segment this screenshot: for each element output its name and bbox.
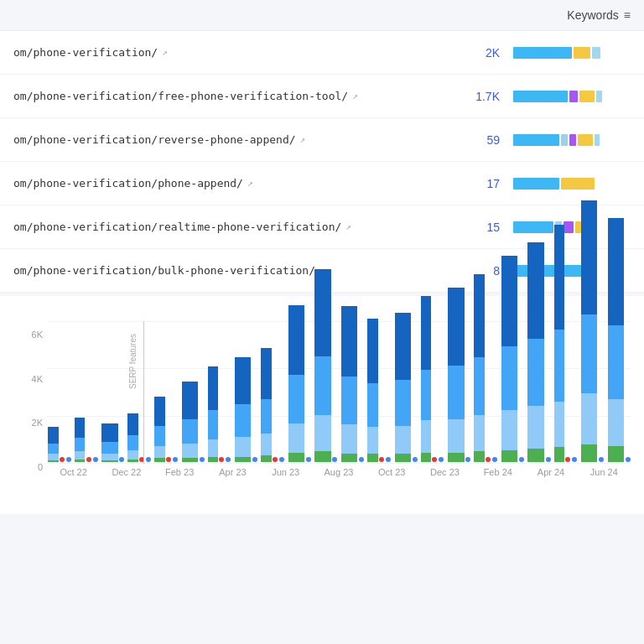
bar-piece-blue1 <box>101 423 117 442</box>
keywords-label: Keywords <box>567 8 618 22</box>
bar-stack <box>287 305 306 462</box>
bar-stack <box>101 423 120 462</box>
bar-piece-blue1 <box>288 305 304 375</box>
bar-segment <box>561 134 568 146</box>
bar-group <box>579 321 604 462</box>
bar-group <box>207 321 231 462</box>
x-axis-label: Oct 22 <box>47 467 100 477</box>
bar-piece-green <box>314 451 330 462</box>
bar-piece-blue3 <box>154 446 165 458</box>
bar-stack <box>74 418 86 462</box>
chart-inner: SERP features <box>47 321 631 464</box>
red-dot <box>86 457 91 462</box>
count-cell: 1.7K <box>463 90 513 103</box>
dot-row <box>166 457 178 462</box>
bar-stack <box>233 357 252 462</box>
dot-row <box>359 457 364 462</box>
url-text: om/phone-verification/phone-append/ <box>13 177 243 190</box>
google-dot <box>492 457 497 462</box>
dot-row <box>86 457 98 462</box>
bar-piece-green <box>608 446 624 462</box>
dot-row <box>60 457 71 462</box>
bar-piece-green <box>208 457 219 462</box>
bar-stack <box>207 366 220 462</box>
url-cell: om/phone-verification/free-phone-verific… <box>13 90 463 102</box>
bar-piece-blue2 <box>367 383 378 428</box>
external-link-icon[interactable]: ↗ <box>345 221 351 232</box>
dot-row <box>139 457 151 462</box>
bar-group <box>366 321 391 462</box>
bar-piece-blue1 <box>421 296 432 370</box>
bar-cell <box>513 46 631 60</box>
count-cell: 59 <box>463 133 513 147</box>
bar-piece-blue3 <box>448 419 464 453</box>
google-dot <box>306 457 311 462</box>
dot-row <box>413 457 418 462</box>
bar-piece-blue3 <box>608 399 624 446</box>
external-link-icon[interactable]: ↗ <box>300 134 306 145</box>
bar-piece-blue3 <box>127 450 138 460</box>
bar-piece-blue2 <box>448 366 464 419</box>
bar-piece-blue1 <box>527 242 543 339</box>
bar-piece-blue1 <box>581 200 597 314</box>
bar-piece-blue1 <box>474 274 485 357</box>
dot-row <box>519 457 524 462</box>
external-link-icon[interactable]: ↗ <box>162 47 168 58</box>
bar-piece-blue2 <box>48 444 59 454</box>
top-bar: Keywords ≡ <box>0 0 644 31</box>
bar-group <box>500 321 524 462</box>
bar-piece-green <box>75 460 86 462</box>
google-dot <box>386 457 391 462</box>
google-dot <box>626 457 631 462</box>
bar-stack <box>579 200 599 462</box>
filter-icon[interactable]: ≡ <box>624 8 631 22</box>
bar-group <box>101 321 125 462</box>
google-dot <box>279 457 284 462</box>
table-row: om/phone-verification/free-phone-verific… <box>0 75 644 118</box>
bar-stack <box>553 225 566 462</box>
bar-piece-blue3 <box>101 454 117 460</box>
bar-cell <box>513 90 631 103</box>
bar-piece-blue2 <box>554 330 565 402</box>
x-axis-label: Aug 23 <box>312 467 365 477</box>
bar-stack <box>446 288 465 462</box>
bar-piece-blue2 <box>261 399 272 434</box>
bar-group <box>260 321 284 462</box>
x-axis-label: Apr 23 <box>206 467 259 477</box>
y-axis-label: 6K <box>13 330 43 340</box>
table-row: om/phone-verification/realtime-phone-ver… <box>0 205 644 249</box>
bar-piece-green <box>154 458 165 462</box>
bar-piece-blue1 <box>208 366 219 409</box>
bar-stack <box>500 256 519 462</box>
bar-group <box>527 321 551 462</box>
dot-row <box>252 457 257 462</box>
external-link-icon[interactable]: ↗ <box>352 91 358 101</box>
bar-piece-green <box>474 451 485 462</box>
y-axis-label: 4K <box>13 374 43 384</box>
y-axis-labels: 6K4K2K0 <box>13 330 43 472</box>
bar-piece-blue2 <box>101 442 117 454</box>
dot-row <box>546 457 551 462</box>
chart-area: 6K4K2K0 SERP features Oct 22Dec 22Feb 23… <box>13 321 631 506</box>
bar-piece-blue3 <box>75 451 86 460</box>
bar-group <box>287 321 311 462</box>
google-dot <box>599 457 604 462</box>
x-axis-label: Oct 23 <box>366 467 418 477</box>
bar-piece-blue2 <box>208 410 219 439</box>
table-row: om/phone-verification/phone-append/ ↗17 <box>0 162 644 205</box>
bar-piece-blue1 <box>448 288 464 366</box>
bar-stack <box>127 413 139 462</box>
dot-row <box>486 457 497 462</box>
bar-segment <box>513 178 559 190</box>
external-link-icon[interactable]: ↗ <box>247 178 253 189</box>
bar-piece-blue1 <box>182 382 198 419</box>
bar-piece-blue1 <box>48 427 59 443</box>
google-dot <box>359 457 364 462</box>
bar-stack <box>366 319 379 462</box>
google-dot <box>465 457 470 462</box>
google-dot <box>226 457 231 462</box>
bar-piece-blue3 <box>182 444 198 459</box>
table-row: om/phone-verification/reverse-phone-appe… <box>0 118 644 162</box>
red-dot <box>379 457 384 462</box>
url-text: om/phone-verification/free-phone-verific… <box>13 90 348 102</box>
